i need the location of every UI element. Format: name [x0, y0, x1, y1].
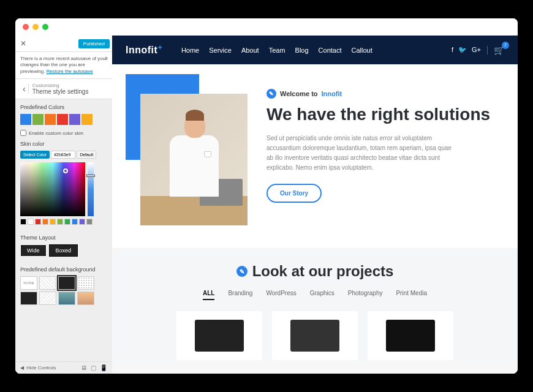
- theme-layout-title: Theme Layout: [20, 235, 107, 241]
- social-icons: f 🐦 G+: [452, 46, 481, 54]
- bg-tile[interactable]: [58, 292, 75, 305]
- project-card[interactable]: [272, 311, 358, 360]
- titlebar: [15, 18, 518, 36]
- dismiss-icon[interactable]: ⊘: [104, 56, 108, 62]
- publish-status-button[interactable]: Published: [78, 39, 110, 48]
- cart-icon[interactable]: 🛒7: [494, 45, 504, 55]
- filter-tab[interactable]: ALL: [203, 290, 214, 300]
- palette-swatch[interactable]: [57, 219, 63, 225]
- filter-tab[interactable]: Branding: [228, 290, 252, 300]
- theme-layout-section: Theme Layout Wide Boxed: [15, 230, 112, 262]
- site-preview: Innofit✦ HomeServiceAboutTeamBlogContact…: [112, 36, 518, 374]
- nav-item[interactable]: Callout: [352, 47, 372, 54]
- brand-logo[interactable]: Innofit✦: [126, 44, 163, 56]
- palette-row: [20, 219, 107, 225]
- hero-photo: [140, 94, 248, 225]
- bg-tile[interactable]: [39, 276, 56, 290]
- twitter-icon[interactable]: 🐦: [458, 46, 467, 54]
- customizing-label: Customizing: [32, 83, 89, 88]
- autosave-notice: There is a more recent autosave of your …: [15, 52, 112, 79]
- color-picker: [20, 162, 107, 216]
- filter-tab[interactable]: WordPress: [266, 290, 296, 300]
- pencil-icon: ✎: [266, 89, 276, 99]
- nav-item[interactable]: Service: [209, 47, 232, 54]
- enable-custom-skin-row[interactable]: Enable custom color skin: [20, 130, 107, 136]
- hide-controls-label: Hide Controls: [26, 365, 56, 371]
- window-max-dot[interactable]: [42, 24, 48, 30]
- hide-controls-button[interactable]: ◀ Hide Controls: [20, 365, 56, 371]
- facebook-icon[interactable]: f: [452, 46, 453, 54]
- select-color-button[interactable]: Select Color: [20, 151, 50, 159]
- palette-swatch[interactable]: [35, 219, 41, 225]
- color-swatch[interactable]: [57, 114, 68, 125]
- palette-swatch[interactable]: [42, 219, 48, 225]
- hero-section: ✎ Welcome to Innofit We have the right s…: [112, 64, 518, 248]
- skin-hex-input[interactable]: [51, 151, 75, 159]
- projects-section: ✎ Look at our projects ALLBrandingWordPr…: [112, 248, 518, 360]
- close-icon[interactable]: ✕: [18, 38, 29, 49]
- background-grid: NONE: [20, 276, 107, 305]
- palette-swatch[interactable]: [28, 219, 34, 225]
- layout-wide-button[interactable]: Wide: [20, 244, 47, 257]
- welcome-brand: Innofit: [322, 90, 342, 97]
- divider: [487, 46, 488, 55]
- nav-item[interactable]: Team: [269, 47, 285, 54]
- tablet-icon[interactable]: ▢: [91, 364, 96, 371]
- browser-window: ✕ Published There is a more recent autos…: [15, 18, 518, 374]
- enable-custom-skin-label: Enable custom color skin: [29, 130, 83, 136]
- filter-tab[interactable]: Graphics: [310, 290, 335, 300]
- skin-color-controls: Select Color Default: [20, 151, 107, 159]
- palette-swatch[interactable]: [64, 219, 70, 225]
- bg-tile[interactable]: [58, 276, 75, 290]
- cart-badge: 7: [502, 42, 509, 49]
- hero-text: ✎ Welcome to Innofit We have the right s…: [266, 83, 496, 202]
- mobile-icon[interactable]: 📱: [100, 364, 107, 371]
- filter-tab[interactable]: Print Media: [396, 290, 427, 300]
- color-swatch[interactable]: [69, 114, 80, 125]
- nav-item[interactable]: Home: [181, 47, 199, 54]
- color-swatch[interactable]: [81, 114, 93, 125]
- layout-boxed-button[interactable]: Boxed: [49, 244, 78, 257]
- window-close-dot[interactable]: [23, 24, 29, 30]
- color-swatch[interactable]: [20, 114, 31, 125]
- default-color-button[interactable]: Default: [77, 151, 96, 159]
- nav-item[interactable]: About: [241, 47, 259, 54]
- skin-color-title: Skin color: [20, 141, 107, 147]
- bg-tile[interactable]: [39, 292, 56, 305]
- color-swatch[interactable]: [32, 114, 43, 125]
- chevron-left-icon: ◀: [20, 365, 24, 371]
- window-min-dot[interactable]: [32, 24, 39, 30]
- palette-swatch[interactable]: [20, 219, 26, 225]
- project-card[interactable]: [368, 311, 453, 360]
- color-spectrum[interactable]: [20, 162, 85, 216]
- nav-item[interactable]: Contact: [319, 47, 342, 54]
- palette-swatch[interactable]: [50, 219, 56, 225]
- nav-menu: HomeServiceAboutTeamBlogContactCallout: [181, 47, 372, 54]
- palette-swatch[interactable]: [86, 219, 93, 225]
- predefined-swatches: [20, 114, 107, 125]
- bg-tile[interactable]: [77, 276, 94, 290]
- customizing-header: ‹ Customizing Theme style settings: [15, 79, 112, 99]
- nav-right: f 🐦 G+ 🛒7: [452, 45, 504, 55]
- enable-custom-skin-checkbox[interactable]: [20, 130, 26, 136]
- welcome-pre: Welcome to: [280, 90, 318, 97]
- palette-swatch[interactable]: [79, 219, 85, 225]
- spectrum-indicator[interactable]: [63, 168, 68, 173]
- project-card[interactable]: [176, 311, 262, 360]
- palette-swatch[interactable]: [72, 219, 78, 225]
- restore-autosave-link[interactable]: Restore the autosave: [47, 69, 93, 74]
- desktop-icon[interactable]: 🖥: [81, 364, 87, 371]
- nav-item[interactable]: Blog: [295, 47, 309, 54]
- bg-tile[interactable]: [20, 292, 37, 305]
- hue-slider[interactable]: [88, 162, 94, 216]
- our-story-button[interactable]: Our Story: [266, 184, 322, 203]
- google-plus-icon[interactable]: G+: [472, 46, 481, 54]
- bg-tile[interactable]: [77, 292, 94, 305]
- hue-indicator[interactable]: [86, 175, 95, 177]
- customizer-sidebar: ✕ Published There is a more recent autos…: [15, 36, 112, 374]
- pencil-icon: ✎: [236, 266, 248, 277]
- bg-tile-none[interactable]: NONE: [20, 276, 37, 290]
- back-icon[interactable]: ‹: [20, 84, 29, 94]
- filter-tab[interactable]: Photography: [348, 290, 383, 300]
- color-swatch[interactable]: [45, 114, 56, 125]
